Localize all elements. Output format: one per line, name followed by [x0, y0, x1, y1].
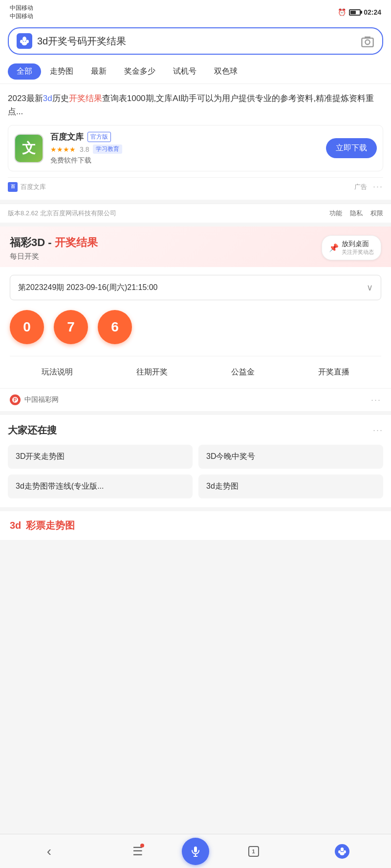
search-bar[interactable]: 3d开奖号码开奖结果: [8, 27, 383, 55]
time-display: 02:24: [364, 8, 381, 16]
svg-point-14: [340, 852, 344, 855]
lottery-body: 第2023249期 2023-09-16(周六)21:15:00 ∨ 0 7 6…: [0, 267, 391, 388]
camera-icon[interactable]: [361, 34, 374, 48]
rating: 3.8: [80, 145, 89, 153]
app-info: 百度文库 官方版 ★★★★ 3.8 学习教育 免费软件下载: [50, 131, 319, 165]
app-sub: 免费软件下载: [50, 156, 91, 164]
period-selector[interactable]: 第2023249期 2023-09-16(周六)21:15:00 ∨: [10, 275, 381, 300]
pin-label: 放到桌面: [342, 240, 374, 248]
ad-source-name: 百度文库: [21, 183, 46, 191]
more-options-icon[interactable]: ···: [373, 182, 383, 192]
nav-menu[interactable]: ☰: [93, 845, 182, 858]
download-button[interactable]: 立即下载: [326, 138, 377, 158]
nav-baidu[interactable]: [298, 844, 386, 859]
lottery-ball-2: 6: [98, 310, 132, 344]
action-rules[interactable]: 玩法说明: [36, 364, 79, 380]
ad-description: 2023最新3d历史开奖结果查询表1000期,文库AI助手可以为用户提供专业的参…: [8, 92, 383, 118]
section-header: 大家还在搜 ···: [8, 424, 383, 437]
more-teaser-text: 彩票走势图: [26, 519, 75, 532]
svg-point-0: [22, 37, 26, 41]
filter-tabs: 全部 走势图 最新 奖金多少 试机号 双色球: [0, 60, 391, 84]
version-info: 版本8.2.62 北京百度网讯科技有限公司: [8, 209, 116, 218]
stars: ★★★★: [50, 145, 76, 153]
version-bar: 版本8.2.62 北京百度网讯科技有限公司 功能 隐私 权限: [0, 204, 391, 223]
search-bar-container: 3d开奖号码开奖结果: [0, 22, 391, 60]
link-privacy[interactable]: 隐私: [350, 209, 363, 218]
svg-point-3: [22, 41, 27, 45]
back-icon: ‹: [47, 844, 51, 859]
search-suggestion-2[interactable]: 3d走势图带连线(专业版...: [8, 475, 193, 498]
alarm-icon: ⏰: [338, 8, 346, 16]
lottery-ball-1: 7: [54, 310, 88, 344]
lottery-ball-0: 0: [10, 310, 44, 344]
lottery-footer: P 中国福彩网 ···: [0, 388, 391, 411]
official-badge: 官方版: [87, 132, 111, 142]
battery-icon: [349, 9, 361, 16]
lottery-card: 福彩3D - 开奖结果 每日开奖 📌 放到桌面 关注开奖动态 第2023249期…: [0, 227, 391, 411]
lottery-source-name: 中国福彩网: [24, 395, 59, 404]
ad-badge: 广告: [354, 183, 367, 191]
svg-text:P: P: [14, 397, 17, 403]
search-suggestion-1[interactable]: 3D今晚中奖号: [198, 445, 383, 469]
lottery-title: 福彩3D - 开奖结果: [10, 235, 98, 250]
baidu-nav-icon: [335, 844, 349, 859]
tab-trend[interactable]: 走势图: [41, 63, 82, 80]
search-grid: 3D开奖走势图 3D今晚中奖号 3d走势图带连线(专业版... 3d走势图: [8, 445, 383, 498]
search-suggestion-0[interactable]: 3D开奖走势图: [8, 445, 193, 469]
tab-latest[interactable]: 最新: [82, 63, 115, 80]
section-title: 大家还在搜: [8, 424, 57, 437]
nav-tabs[interactable]: 1: [209, 846, 298, 857]
app-promo: 文 百度文库 官方版 ★★★★ 3.8 学习教育 免费软件下载 立即下载: [8, 125, 383, 171]
link-function[interactable]: 功能: [329, 209, 342, 218]
more-teaser-label: 3d: [10, 520, 21, 531]
pin-icon: 📌: [329, 243, 339, 252]
chevron-down-icon: ∨: [367, 282, 373, 293]
lottery-header: 福彩3D - 开奖结果 每日开奖 📌 放到桌面 关注开奖动态: [0, 227, 391, 267]
lottery-more-icon[interactable]: ···: [371, 395, 381, 405]
more-teaser: 3d 彩票走势图: [0, 511, 391, 540]
tab-trial[interactable]: 试机号: [164, 63, 205, 80]
pin-sub: 关注开奖动态: [342, 248, 374, 256]
bottom-nav: ‹ ☰ 1: [0, 834, 391, 868]
section-more-icon[interactable]: ···: [373, 425, 383, 435]
category-tag: 学习教育: [93, 145, 122, 154]
carrier-info: 中国移动 中国移动: [10, 4, 33, 21]
status-right: ⏰ 02:24: [338, 8, 381, 16]
lottery-source: P 中国福彩网: [10, 394, 59, 405]
lottery-subtitle: 每日开奖: [10, 252, 98, 261]
tab-all[interactable]: 全部: [8, 63, 41, 80]
ad-source: 百 百度文库: [8, 182, 46, 192]
app-icon: 文: [14, 134, 43, 163]
svg-point-5: [365, 40, 369, 44]
nav-back[interactable]: ‹: [5, 844, 93, 859]
also-searching: 大家还在搜 ··· 3D开奖走势图 3D今晚中奖号 3d走势图带连线(专业版..…: [0, 415, 391, 507]
pin-button[interactable]: 📌 放到桌面 关注开奖动态: [322, 235, 381, 260]
lottery-title-area: 福彩3D - 开奖结果 每日开奖: [10, 235, 98, 261]
app-name: 百度文库: [50, 131, 84, 143]
action-charity[interactable]: 公益金: [225, 364, 261, 380]
version-links: 功能 隐私 权限: [329, 209, 383, 218]
status-bar: 中国移动 中国移动 ⏰ 02:24: [0, 0, 391, 22]
nav-mic-button[interactable]: [182, 838, 209, 865]
svg-point-11: [340, 847, 343, 851]
link-permissions[interactable]: 权限: [370, 209, 383, 218]
action-live[interactable]: 开奖直播: [312, 364, 355, 380]
search-query[interactable]: 3d开奖号码开奖结果: [37, 35, 356, 48]
lottery-numbers: 0 7 6: [10, 310, 381, 344]
notification-dot: [140, 844, 144, 847]
period-text: 第2023249期 2023-09-16(周六)21:15:00: [18, 283, 158, 293]
lottery-actions: 玩法说明 往期开奖 公益金 开奖直播: [10, 356, 381, 380]
baidu-logo: [17, 33, 32, 49]
svg-rect-8: [194, 847, 197, 852]
ad-footer: 百 百度文库 广告 ···: [8, 177, 383, 192]
ad-source-icon: 百: [8, 182, 18, 192]
action-history[interactable]: 往期开奖: [130, 364, 174, 380]
ad-card: 2023最新3d历史开奖结果查询表1000期,文库AI助手可以为用户提供专业的参…: [0, 84, 391, 200]
tab-prize[interactable]: 奖金多少: [115, 63, 164, 80]
tabs-count-icon: 1: [248, 846, 259, 857]
search-suggestion-3[interactable]: 3d走势图: [198, 475, 383, 498]
tab-shuangse[interactable]: 双色球: [205, 63, 246, 80]
lottery-source-icon: P: [10, 394, 21, 405]
